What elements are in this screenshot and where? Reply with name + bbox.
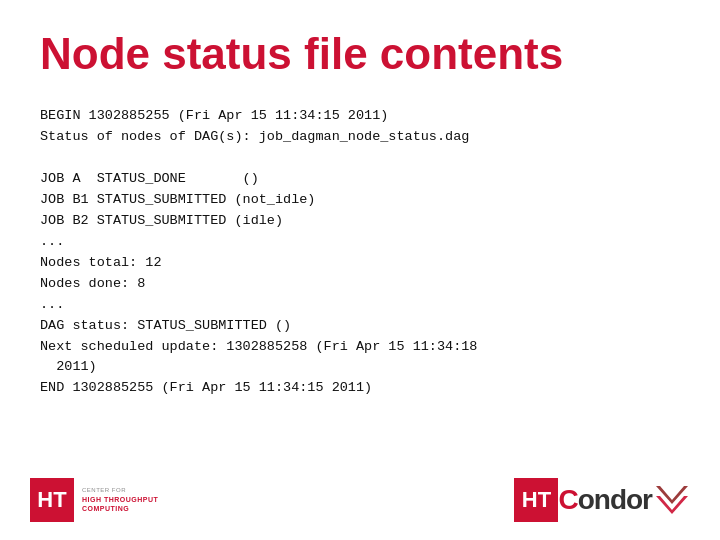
code-line-5: JOB B1 STATUS_SUBMITTED (not_idle) — [40, 192, 315, 207]
code-block: BEGIN 1302885255 (Fri Apr 15 11:34:15 20… — [40, 106, 680, 399]
code-line-11: DAG status: STATUS_SUBMITTED () — [40, 318, 291, 333]
ht-logo: HT CENTER FOR HIGH THROUGHPUT COMPUTING — [30, 478, 158, 522]
ht-sub3: COMPUTING — [82, 504, 158, 513]
footer: HT CENTER FOR HIGH THROUGHPUT COMPUTING … — [0, 478, 720, 522]
condor-bird-icon — [654, 478, 690, 522]
code-line-2: Status of nodes of DAG(s): job_dagman_no… — [40, 129, 469, 144]
code-line-14: END 1302885255 (Fri Apr 15 11:34:15 2011… — [40, 380, 372, 395]
code-line-12: Next scheduled update: 1302885258 (Fri A… — [40, 339, 477, 354]
htcondor-ht-text: C — [558, 484, 577, 516]
slide-container: Node status file contents BEGIN 13028852… — [0, 0, 720, 540]
code-line-9: Nodes done: 8 — [40, 276, 145, 291]
ht-box-icon: HT — [30, 478, 74, 522]
slide-title: Node status file contents — [40, 30, 680, 78]
code-line-10: ... — [40, 297, 64, 312]
ht-text: CENTER FOR HIGH THROUGHPUT COMPUTING — [82, 487, 158, 513]
ht-sub2: HIGH THROUGHPUT — [82, 495, 158, 504]
ht-sub1: CENTER FOR — [82, 487, 158, 495]
code-line-8: Nodes total: 12 — [40, 255, 162, 270]
code-line-4: JOB A STATUS_DONE () — [40, 171, 259, 186]
code-line-1: BEGIN 1302885255 (Fri Apr 15 11:34:15 20… — [40, 108, 388, 123]
code-line-7: ... — [40, 234, 64, 249]
code-line-13: 2011) — [40, 359, 97, 374]
htcondor-condor-text: ondor — [578, 484, 652, 516]
htcondor-ht-box: HT — [514, 478, 558, 522]
htcondor-logo: HT Condor — [514, 478, 690, 522]
code-line-6: JOB B2 STATUS_SUBMITTED (idle) — [40, 213, 283, 228]
